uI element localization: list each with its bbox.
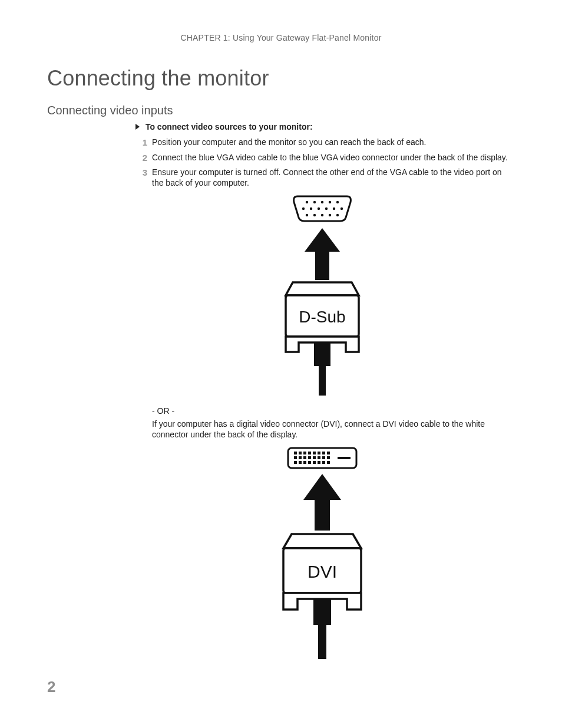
triangle-bullet-icon	[135, 124, 140, 130]
svg-rect-30	[294, 456, 297, 459]
dvi-label: DVI	[308, 562, 337, 581]
svg-rect-35	[318, 456, 320, 459]
svg-point-8	[325, 207, 328, 210]
section-title: Connecting the monitor	[47, 66, 515, 91]
svg-rect-48	[315, 499, 330, 531]
svg-rect-50	[313, 599, 331, 625]
svg-rect-31	[299, 456, 302, 459]
svg-rect-37	[327, 456, 330, 459]
svg-rect-33	[308, 456, 311, 459]
svg-point-3	[329, 201, 331, 203]
dvi-diagram: DVI	[135, 446, 509, 664]
svg-point-0	[306, 201, 308, 203]
svg-rect-23	[299, 452, 302, 454]
chapter-header: CHAPTER 1: Using Your Gateway Flat-Panel…	[47, 33, 515, 42]
svg-rect-41	[308, 461, 311, 464]
svg-point-11	[306, 214, 308, 216]
step-text: Connect the blue VGA video cable to the …	[152, 153, 508, 162]
step-item: Ensure your computer is turned off. Conn…	[135, 167, 509, 188]
dsub-label: D-Sub	[299, 308, 345, 326]
svg-point-9	[333, 207, 335, 210]
svg-marker-47	[303, 474, 341, 500]
svg-rect-40	[303, 461, 306, 464]
svg-rect-24	[303, 452, 306, 454]
dsub-connector-icon: D-Sub	[257, 194, 387, 400]
or-separator: - OR -	[152, 406, 509, 416]
svg-rect-19	[314, 342, 330, 366]
svg-rect-38	[294, 461, 297, 464]
steps-list: Position your computer and the monitor s…	[135, 137, 509, 188]
dsub-diagram: D-Sub	[135, 194, 509, 400]
svg-rect-29	[327, 452, 330, 454]
svg-point-7	[318, 207, 320, 210]
lead-line: To connect video sources to your monitor…	[135, 122, 509, 131]
svg-rect-27	[318, 452, 320, 454]
svg-rect-51	[318, 625, 326, 659]
svg-point-13	[321, 214, 323, 216]
dvi-connector-icon: DVI	[257, 446, 387, 664]
svg-rect-26	[313, 452, 316, 454]
svg-rect-36	[322, 456, 325, 459]
svg-point-2	[321, 201, 323, 203]
step-item: Position your computer and the monitor s…	[135, 137, 509, 148]
svg-rect-28	[322, 452, 325, 454]
svg-rect-42	[313, 461, 316, 464]
dvi-paragraph: If your computer has a digital video con…	[152, 419, 509, 440]
lead-text: To connect video sources to your monitor…	[146, 122, 313, 131]
svg-point-12	[313, 214, 316, 216]
svg-rect-45	[327, 461, 330, 464]
svg-rect-32	[303, 456, 306, 459]
step-text: Ensure your computer is turned off. Conn…	[152, 167, 502, 187]
svg-point-5	[302, 207, 305, 210]
step-item: Connect the blue VGA video cable to the …	[135, 153, 509, 163]
subsection-title: Connecting video inputs	[47, 104, 515, 117]
svg-rect-22	[294, 452, 297, 454]
svg-point-6	[310, 207, 312, 210]
svg-point-1	[313, 201, 316, 203]
svg-rect-20	[319, 366, 326, 396]
svg-rect-44	[322, 461, 325, 464]
instruction-block: To connect video sources to your monitor…	[135, 122, 509, 664]
svg-point-14	[329, 214, 331, 216]
svg-rect-17	[315, 251, 329, 280]
svg-point-15	[336, 214, 339, 216]
svg-point-10	[340, 207, 343, 210]
svg-marker-16	[305, 228, 340, 252]
step-text: Position your computer and the monitor s…	[152, 137, 426, 147]
svg-rect-39	[299, 461, 302, 464]
svg-rect-43	[318, 461, 320, 464]
svg-rect-34	[313, 456, 316, 459]
page-number: 2	[47, 678, 55, 696]
svg-point-4	[336, 201, 339, 203]
svg-rect-25	[308, 452, 311, 454]
svg-rect-46	[338, 457, 351, 459]
document-page: CHAPTER 1: Using Your Gateway Flat-Panel…	[0, 0, 562, 728]
